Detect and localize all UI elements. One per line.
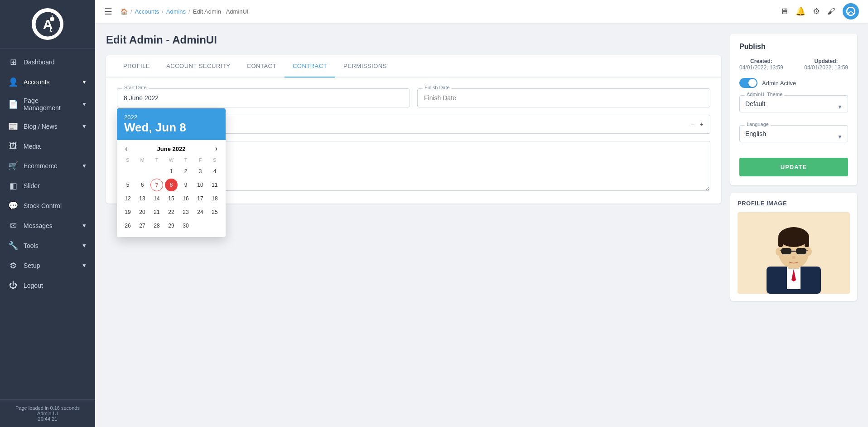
- cal-day-21[interactable]: 21: [150, 206, 163, 218]
- svg-point-15: [776, 247, 781, 256]
- cal-day-7[interactable]: 7: [150, 179, 163, 191]
- sidebar-item-page-management[interactable]: 📄 Page Management ▼: [0, 92, 95, 116]
- tab-contract[interactable]: CONTRACT: [285, 55, 335, 78]
- svg-rect-18: [796, 248, 806, 254]
- start-date-input[interactable]: 8 June 2022: [117, 88, 410, 107]
- admin-active-row: Admin Active: [739, 78, 848, 88]
- cal-day-2[interactable]: 2: [179, 165, 192, 178]
- cal-day-24[interactable]: 24: [194, 206, 207, 218]
- tab-profile[interactable]: PROFILE: [115, 55, 158, 78]
- update-button[interactable]: UPDATE: [739, 158, 848, 176]
- cal-day-3[interactable]: 3: [194, 165, 207, 178]
- cal-day-5[interactable]: 5: [121, 179, 134, 191]
- sidebar-item-tools[interactable]: 🔧 Tools ▼: [0, 236, 95, 256]
- cal-day-22[interactable]: 22: [165, 206, 178, 218]
- cal-day-12[interactable]: 12: [121, 192, 134, 205]
- updated-value: 04/01/2022, 13:59: [804, 64, 848, 71]
- calendar-month-label: June 2022: [157, 146, 186, 152]
- gear-icon[interactable]: ⚙: [813, 6, 820, 16]
- cal-day-4[interactable]: 4: [208, 165, 221, 178]
- finish-date-label: Finish Date: [423, 85, 452, 90]
- cal-day-20[interactable]: 20: [136, 206, 149, 218]
- sidebar-item-label: Tools: [24, 242, 39, 249]
- cal-day-29[interactable]: 29: [165, 219, 178, 232]
- theme-select[interactable]: Default: [739, 95, 848, 112]
- calendar-display-date: Wed, Jun 8: [124, 121, 218, 135]
- bell-icon[interactable]: 🔔: [796, 6, 805, 16]
- paint-icon[interactable]: 🖌: [827, 7, 835, 16]
- chevron-icon: ▼: [82, 79, 87, 85]
- profile-image-card: PROFILE IMAGE: [730, 193, 857, 301]
- calendar-nav: ‹ June 2022 ›: [117, 140, 226, 157]
- created-label: Created:: [739, 58, 783, 64]
- cal-day-17[interactable]: 17: [194, 192, 207, 205]
- cal-day-28[interactable]: 28: [150, 219, 163, 232]
- sidebar-item-ecommerce[interactable]: 🛒 Ecommerce ▼: [0, 156, 95, 176]
- start-date-label: Start Date: [122, 85, 149, 90]
- profile-image-title: PROFILE IMAGE: [738, 200, 850, 207]
- language-select-wrapper: Language English ▼: [739, 125, 848, 149]
- breadcrumb-accounts[interactable]: Accounts: [135, 8, 159, 15]
- contract-tab-content: Start Date 8 June 2022 2022 Wed, Jun 8 ‹: [106, 78, 721, 204]
- cal-day-6[interactable]: 6: [136, 179, 149, 191]
- cal-day-27[interactable]: 27: [136, 219, 149, 232]
- cal-day-9[interactable]: 9: [179, 179, 192, 191]
- sidebar-item-slider[interactable]: ◧ Slider: [0, 176, 95, 196]
- monitor-icon[interactable]: 🖥: [780, 7, 788, 16]
- calendar-week-4: 19 20 21 22 23 24 25: [121, 205, 222, 219]
- calendar-week-5: 26 27 28 29 30: [121, 219, 222, 233]
- tab-permissions[interactable]: PERMISSIONS: [335, 55, 395, 78]
- cal-day-19[interactable]: 19: [121, 206, 134, 218]
- sidebar-item-label: Logout: [24, 282, 43, 289]
- publish-title: Publish: [739, 43, 848, 51]
- slider-icon: ◧: [8, 181, 18, 191]
- calendar-next-button[interactable]: ›: [212, 144, 220, 154]
- admin-active-toggle[interactable]: [739, 78, 757, 88]
- sidebar-item-media[interactable]: 🖼 Media: [0, 136, 95, 156]
- sidebar-item-messages[interactable]: ✉ Messages ▼: [0, 216, 95, 236]
- sidebar-item-accounts[interactable]: 👤 Accounts ▼: [0, 72, 95, 92]
- page-title: Edit Admin - AdminUI: [106, 34, 721, 46]
- breadcrumb-home-icon[interactable]: 🏠: [121, 8, 128, 15]
- breadcrumb-admins[interactable]: Admins: [166, 8, 186, 15]
- cal-day-11[interactable]: 11: [208, 179, 221, 191]
- cal-day-25[interactable]: 25: [208, 206, 221, 218]
- tab-account-security[interactable]: ACCOUNT SECURITY: [158, 55, 238, 78]
- sidebar-item-label: Blog / News: [24, 123, 58, 130]
- cal-day-13[interactable]: 13: [136, 192, 149, 205]
- finish-date-input[interactable]: [417, 88, 710, 107]
- created-value: 04/01/2022, 13:59: [739, 64, 783, 71]
- toggle-knob: [748, 79, 757, 87]
- language-select[interactable]: English: [739, 125, 848, 142]
- sidebar-item-blog-news[interactable]: 📰 Blog / News ▼: [0, 116, 95, 136]
- cal-day-14[interactable]: 14: [150, 192, 163, 205]
- cal-day-15[interactable]: 15: [165, 192, 178, 205]
- cal-day-16[interactable]: 16: [179, 192, 192, 205]
- cal-day-10[interactable]: 10: [194, 179, 207, 191]
- sidebar-item-logout[interactable]: ⏻ Logout: [0, 276, 95, 295]
- cal-day-23[interactable]: 23: [179, 206, 192, 218]
- hamburger-button[interactable]: ☰: [104, 6, 112, 17]
- right-panel: Publish Created: 04/01/2022, 13:59 Updat…: [730, 34, 857, 416]
- cal-day-1[interactable]: 1: [165, 165, 178, 178]
- cal-day-26[interactable]: 26: [121, 219, 134, 232]
- sidebar-item-setup[interactable]: ⚙ Setup ▼: [0, 256, 95, 276]
- footer-line1: Page loaded in 0.16 seconds: [8, 405, 87, 411]
- main-card: PROFILE ACCOUNT SECURITY CONTACT CONTRAC…: [106, 55, 721, 204]
- sidebar-item-stock-control[interactable]: 💬 Stock Control: [0, 196, 95, 216]
- calendar-week-1: 1 2 3 4: [121, 165, 222, 178]
- calendar-week-3: 12 13 14 15 16 17 18: [121, 192, 222, 205]
- cal-day-18[interactable]: 18: [208, 192, 221, 205]
- user-avatar-button[interactable]: [843, 3, 859, 19]
- cal-day-8[interactable]: 8: [165, 179, 178, 191]
- holidays-add-button[interactable]: +: [700, 121, 704, 128]
- holidays-remove-button[interactable]: –: [691, 121, 694, 128]
- tools-icon: 🔧: [8, 241, 18, 251]
- blog-news-icon: 📰: [8, 121, 18, 131]
- sidebar-item-dashboard[interactable]: ⊞ Dashboard: [0, 52, 95, 72]
- footer-line3: 20:44:21: [8, 416, 87, 422]
- calendar-prev-button[interactable]: ‹: [122, 144, 130, 154]
- cal-day-30[interactable]: 30: [179, 219, 192, 232]
- created-date-col: Created: 04/01/2022, 13:59: [739, 58, 783, 71]
- tab-contact[interactable]: CONTACT: [239, 55, 285, 78]
